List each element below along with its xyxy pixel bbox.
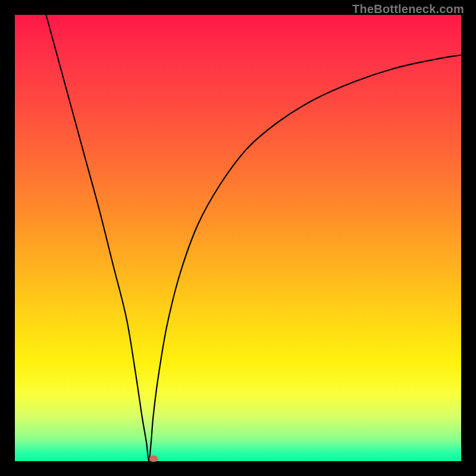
figure-root: TheBottleneck.com xyxy=(0,0,476,476)
watermark-text: TheBottleneck.com xyxy=(352,2,464,16)
bottleneck-curve xyxy=(15,15,461,461)
minimum-marker xyxy=(149,456,158,462)
plot-area xyxy=(15,15,461,461)
